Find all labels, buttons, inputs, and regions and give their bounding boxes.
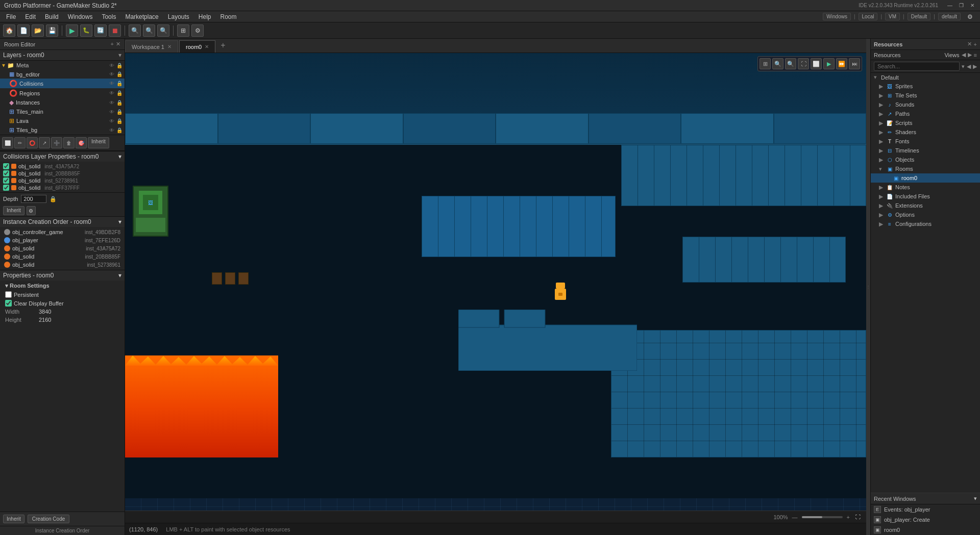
tab-room0[interactable]: room0 ✕ <box>179 40 215 53</box>
ide-status-vm[interactable]: VM <box>885 13 900 20</box>
collision-check-2[interactable] <box>3 170 9 176</box>
tool-add[interactable]: ➕ <box>51 137 62 148</box>
layer-meta[interactable]: ▾ 📁 Meta 👁 🔒 <box>0 61 125 70</box>
menu-file[interactable]: File <box>2 12 20 21</box>
collision-item-4[interactable]: obj_solid inst_6FF37FFF <box>2 184 122 191</box>
layer-lava[interactable]: ⊞ Lava 👁 🔒 <box>0 116 125 125</box>
recent-win-events[interactable]: E Events: obj_player <box>871 504 980 515</box>
collision-check-4[interactable] <box>3 185 9 191</box>
ide-status-local[interactable]: Local <box>859 13 878 20</box>
zoom-minus[interactable]: — <box>792 514 798 520</box>
res-item-fonts[interactable]: ▶ T Fonts <box>871 137 980 146</box>
res-item-options[interactable]: ▶ ⚙ Options <box>871 210 980 219</box>
tab-workspace1-close[interactable]: ✕ <box>167 44 172 49</box>
menu-room[interactable]: Room <box>216 12 241 21</box>
res-item-configurations[interactable]: ▶ ≡ Configurations <box>871 219 980 228</box>
toolbar-debug[interactable]: 🐛 <box>80 24 92 37</box>
collision-item-2[interactable]: obj_solid inst_20BBB85F <box>2 170 122 177</box>
tool-target[interactable]: 🎯 <box>76 137 87 148</box>
layer-collisions-lock[interactable]: 🔒 <box>116 81 122 86</box>
layer-tiles-main-eye[interactable]: 👁 <box>109 109 114 115</box>
depth-settings-btn[interactable]: ⚙ <box>27 206 36 215</box>
res-item-timelines[interactable]: ▶ ⊟ Timelines <box>871 146 980 155</box>
toolbar-run[interactable]: ▶ <box>66 24 78 37</box>
res-item-paths[interactable]: ▶ ↗ Paths <box>871 109 980 118</box>
layer-lava-lock[interactable]: 🔒 <box>116 118 122 124</box>
res-group-default[interactable]: ▾ Default <box>871 73 980 82</box>
res-item-scripts[interactable]: ▶ 📝 Scripts <box>871 118 980 128</box>
layer-tiles-main-lock[interactable]: 🔒 <box>116 109 122 115</box>
toolbar-options[interactable]: ⚙ <box>191 24 204 37</box>
close-button[interactable]: ✕ <box>969 2 976 9</box>
layer-tiles-bg-lock[interactable]: 🔒 <box>116 128 122 133</box>
creation-item-1[interactable]: obj_controller_game inst_49BDB2F8 <box>2 228 122 236</box>
clear-display-check[interactable] <box>5 300 12 307</box>
tool-circle[interactable]: ⭕ <box>27 137 38 148</box>
minimize-button[interactable]: — <box>946 2 953 9</box>
tool-path[interactable]: ↗ <box>39 137 50 148</box>
layer-bg-eye[interactable]: 👁 <box>109 71 114 77</box>
layer-collisions[interactable]: ⭕ Collisions 👁 🔒 <box>0 79 125 88</box>
ide-status-windows[interactable]: Windows <box>823 13 851 20</box>
toolbar-home[interactable]: 🏠 <box>3 24 15 37</box>
views-left-btn[interactable]: ◀ <box>962 52 966 58</box>
layer-regions-eye[interactable]: 👁 <box>109 90 114 96</box>
zoom-fullscreen[interactable]: ⛶ <box>854 513 862 521</box>
tool-delete[interactable]: 🗑 <box>63 137 75 148</box>
tool-select[interactable]: ⬜ <box>2 137 13 148</box>
creation-item-5[interactable]: obj_solid inst_52738961 <box>2 261 122 269</box>
layer-tiles-bg-eye[interactable]: 👁 <box>109 128 114 133</box>
properties-header[interactable]: Properties - room0 ▾ <box>0 270 125 281</box>
creation-item-2[interactable]: obj_player inst_7EFE126D <box>2 236 122 244</box>
collision-check-3[interactable] <box>3 177 9 184</box>
room-canvas[interactable]: 🖼 <box>125 53 866 523</box>
zoom-plus[interactable]: + <box>847 514 850 520</box>
ide-status-default[interactable]: Default <box>908 13 931 20</box>
inherit-button[interactable]: Inherit <box>88 137 109 148</box>
tab-workspace1[interactable]: Workspace 1 ✕ <box>125 40 178 53</box>
toolbar-zoom-in[interactable]: 🔍 <box>157 24 169 37</box>
layer-meta-lock[interactable]: 🔒 <box>116 63 122 68</box>
collision-item-3[interactable]: obj_solid inst_52738961 <box>2 177 122 184</box>
depth-inherit-btn[interactable]: Inherit <box>3 206 24 215</box>
recent-windows-header[interactable]: Recent Windows ▾ <box>871 493 980 504</box>
room-editor-add[interactable]: + <box>111 41 114 47</box>
layer-tiles-bg[interactable]: ⊞ Tiles_bg 👁 🔒 <box>0 125 125 135</box>
search-next-btn[interactable]: ▶ <box>973 63 977 70</box>
layer-lava-eye[interactable]: 👁 <box>109 118 114 124</box>
res-item-notes[interactable]: ▶ 📋 Notes <box>871 183 980 192</box>
layer-regions-lock[interactable]: 🔒 <box>116 90 122 96</box>
depth-input[interactable] <box>21 195 46 203</box>
layer-regions[interactable]: ⭕ Regions 👁 🔒 <box>0 88 125 98</box>
collision-check-1[interactable] <box>3 163 9 169</box>
layer-instances-lock[interactable]: 🔒 <box>116 100 122 106</box>
res-item-shaders[interactable]: ▶ ✏ Shaders <box>871 128 980 137</box>
toolbar-clean[interactable]: 🔄 <box>94 24 107 37</box>
recent-win-create[interactable]: ▣ obj_player: Create <box>871 515 980 525</box>
ide-settings-button[interactable]: ⚙ <box>964 11 976 23</box>
resources-close-btn[interactable]: ✕ <box>967 41 972 47</box>
tool-pencil[interactable]: ✏ <box>14 137 26 148</box>
canvas-play[interactable]: ▶ <box>823 58 835 69</box>
layer-instances-eye[interactable]: 👁 <box>109 100 114 106</box>
tab-room0-close[interactable]: ✕ <box>205 44 209 49</box>
menu-marketplace[interactable]: Marketplace <box>121 12 162 21</box>
layer-tiles-main[interactable]: ⊞ Tiles_main 👁 🔒 <box>0 107 125 116</box>
canvas-zoom-in[interactable]: 🔍 <box>785 58 796 69</box>
room-editor-close[interactable]: ✕ <box>116 41 120 47</box>
layer-collisions-eye[interactable]: 👁 <box>109 81 114 86</box>
menu-help[interactable]: Help <box>194 12 215 21</box>
search-prev-btn[interactable]: ◀ <box>967 63 971 70</box>
layer-instances[interactable]: ◆ Instances 👁 🔒 <box>0 98 125 107</box>
toolbar-new[interactable]: 📄 <box>17 24 30 37</box>
views-menu-btn[interactable]: ≡ <box>974 52 977 58</box>
canvas-end[interactable]: ⏭ <box>849 58 860 69</box>
toolbar-zoom-out[interactable]: 🔍 <box>143 24 155 37</box>
collapse-handle[interactable]: ⋮ <box>866 39 870 535</box>
menu-layouts[interactable]: Layouts <box>164 12 193 21</box>
menu-windows[interactable]: Windows <box>64 12 97 21</box>
toolbar-open[interactable]: 📂 <box>32 24 44 37</box>
recent-win-room0[interactable]: ▣ room0 <box>871 525 980 535</box>
creation-item-4[interactable]: obj_solid inst_20BBB85F <box>2 252 122 261</box>
toolbar-search[interactable]: 🔍 <box>129 24 141 37</box>
